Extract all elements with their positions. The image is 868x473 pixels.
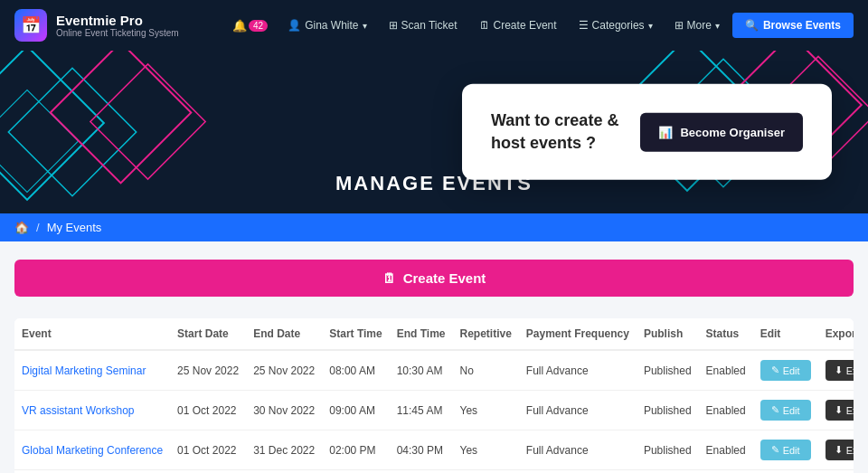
cell-edit-0: ✎ Edit — [753, 350, 818, 391]
breadcrumb: 🏠 / My Events — [0, 213, 868, 241]
cell-status-1: Enabled — [699, 391, 753, 430]
cell-event-2: Global Marketing Conference — [14, 430, 170, 470]
events-table-container: Event Start Date End Date Start Time End… — [14, 318, 854, 473]
breadcrumb-current: My Events — [47, 221, 102, 234]
cell-event-3: College Fresher party — [14, 470, 170, 474]
cell-export-2: ⬇ Export Attendees CSV (41) — [818, 430, 854, 470]
events-table: Event Start Date End Date Start Time End… — [14, 318, 854, 473]
more-menu[interactable]: ⊞ More ▾ — [665, 14, 729, 37]
chevron-down-icon: ▾ — [715, 21, 720, 31]
want-to-create-text: Want to create &host events ? — [491, 109, 618, 155]
cell-end-date-3: 15 Nov 2022 — [246, 470, 322, 474]
scan-icon: ⊞ — [389, 19, 398, 32]
notification-badge: 42 — [249, 20, 268, 32]
cell-payment-freq-2: Full Advance — [519, 430, 637, 470]
brand-subtitle: Online Event Ticketing System — [56, 28, 179, 38]
cell-payment-freq-0: Full Advance — [519, 350, 637, 391]
export-button-2[interactable]: ⬇ Export Attendees CSV (41) — [826, 440, 854, 460]
cell-start-date-3: 15 Nov 2022 — [170, 470, 246, 474]
col-edit: Edit — [753, 318, 818, 350]
col-start-time: Start Time — [322, 318, 389, 350]
export-button-0[interactable]: ⬇ Export Attendees CSV (2) — [826, 360, 854, 381]
home-icon[interactable]: 🏠 — [14, 221, 29, 234]
cell-publish-0: Published — [637, 350, 699, 391]
edit-button-2[interactable]: ✎ Edit — [760, 440, 811, 460]
cell-end-date-1: 30 Nov 2022 — [246, 391, 322, 430]
svg-rect-2 — [0, 90, 79, 192]
navbar-nav: 🔔 42 👤 Gina White ▾ ⊞ Scan Ticket 🗓 Crea… — [225, 13, 854, 38]
user-name: Gina White — [305, 19, 358, 32]
browse-icon: 🔍 — [745, 19, 759, 32]
create-event-button[interactable]: 🗓 Create Event — [14, 260, 854, 297]
svg-rect-1 — [8, 68, 136, 195]
cell-end-time-0: 10:30 AM — [390, 350, 453, 391]
cell-status-3: Enabled — [699, 470, 753, 474]
user-menu[interactable]: 👤 Gina White ▾ — [278, 14, 375, 37]
brand-text: Eventmie Pro Online Event Ticketing Syst… — [56, 13, 179, 38]
cell-start-date-0: 25 Nov 2022 — [170, 350, 246, 391]
cell-start-time-3: 08:00 AM — [322, 470, 389, 474]
edit-button-0[interactable]: ✎ Edit — [760, 360, 811, 381]
brand: 📅 Eventmie Pro Online Event Ticketing Sy… — [14, 9, 179, 42]
edit-button-1[interactable]: ✎ Edit — [760, 400, 811, 421]
col-start-date: Start Date — [170, 318, 246, 350]
cell-start-time-1: 09:00 AM — [322, 391, 389, 430]
plus-icon: 🗓 — [382, 270, 396, 286]
col-publish: Publish — [637, 318, 699, 350]
event-link-2[interactable]: Global Marketing Conference — [22, 444, 163, 457]
header-row: Event Start Date End Date Start Time End… — [14, 318, 854, 350]
edit-icon: ✎ — [771, 364, 779, 376]
navbar: 📅 Eventmie Pro Online Event Ticketing Sy… — [0, 0, 868, 51]
edit-icon: ✎ — [771, 444, 779, 456]
breadcrumb-separator: / — [36, 221, 40, 234]
cell-repetitive-1: Yes — [452, 391, 518, 430]
cell-export-3: ⬇ Export Attendees CSV (0) — [818, 470, 854, 474]
organiser-icon: 📊 — [658, 126, 673, 139]
cell-event-0: Digital Marketing Seminar — [14, 350, 170, 391]
create-event-link[interactable]: 🗓 Create Event — [470, 14, 566, 37]
become-organiser-card: Want to create &host events ? 📊 Become O… — [462, 84, 832, 180]
download-icon: ⬇ — [835, 404, 843, 416]
table-header: Event Start Date End Date Start Time End… — [14, 318, 854, 350]
cell-repetitive-2: Yes — [452, 430, 518, 470]
scan-ticket-link[interactable]: ⊞ Scan Ticket — [380, 14, 467, 37]
more-label: More — [687, 19, 712, 32]
cell-end-time-2: 04:30 PM — [390, 430, 453, 470]
cell-repetitive-3: No — [452, 470, 518, 474]
event-link-1[interactable]: VR assistant Workshop — [22, 404, 135, 417]
cell-start-time-2: 02:00 PM — [322, 430, 389, 470]
create-event-label: Create Event — [494, 19, 557, 32]
categories-menu[interactable]: ☰ Categories ▾ — [570, 14, 662, 37]
svg-rect-4 — [90, 64, 205, 179]
export-button-1[interactable]: ⬇ Export Attendees CSV (34) — [826, 400, 854, 421]
col-payment-freq: Payment Frequency — [519, 318, 637, 350]
cell-payment-freq-3: Full Advance — [519, 470, 637, 474]
menu-icon: ☰ — [579, 19, 589, 32]
cell-status-2: Enabled — [699, 430, 753, 470]
col-export: Export Attendees — [818, 318, 854, 350]
cell-export-1: ⬇ Export Attendees CSV (34) — [818, 391, 854, 430]
notification-bell[interactable]: 🔔 42 — [225, 14, 275, 38]
become-organiser-button[interactable]: 📊 Become Organiser — [640, 113, 803, 152]
cell-end-date-2: 31 Dec 2022 — [246, 430, 322, 470]
brand-title: Eventmie Pro — [56, 13, 179, 28]
col-status: Status — [699, 318, 753, 350]
cell-payment-freq-1: Full Advance — [519, 391, 637, 430]
table-row: College Fresher party 15 Nov 2022 15 Nov… — [14, 470, 854, 474]
download-icon: ⬇ — [835, 444, 843, 456]
cell-start-date-2: 01 Oct 2022 — [170, 430, 246, 470]
col-event: Event — [14, 318, 170, 350]
chevron-down-icon: ▾ — [648, 21, 653, 31]
download-icon: ⬇ — [835, 364, 843, 376]
browse-events-button[interactable]: 🔍 Browse Events — [732, 13, 854, 38]
main-content: 🗓 Create Event Event Start Date End Date… — [0, 241, 868, 473]
bell-icon: 🔔 — [232, 19, 247, 33]
create-event-btn-label: Create Event — [403, 270, 486, 286]
cell-start-time-0: 08:00 AM — [322, 350, 389, 391]
cell-start-date-1: 01 Oct 2022 — [170, 391, 246, 430]
grid-icon: ⊞ — [675, 19, 684, 32]
event-link-0[interactable]: Digital Marketing Seminar — [22, 364, 146, 377]
cell-publish-3: Published — [637, 470, 699, 474]
categories-label: Categories — [592, 19, 645, 32]
calendar-icon: 📅 — [21, 15, 41, 35]
